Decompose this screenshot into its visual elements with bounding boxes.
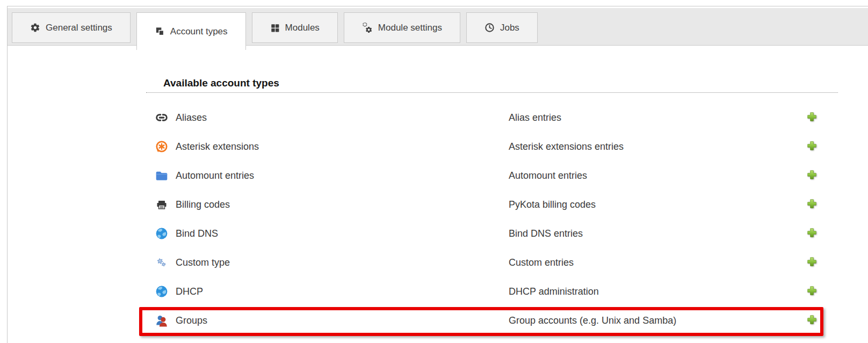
account-type-name: Bind DNS <box>176 228 218 239</box>
account-type-row-billing: Billing codes PyKota billing codes <box>155 190 821 219</box>
tab-module-settings[interactable]: Module settings <box>344 12 460 43</box>
add-plus-icon <box>806 314 818 327</box>
account-type-description: Group accounts (e.g. Unix and Samba) <box>509 315 806 326</box>
account-type-row-bind-dns: Bind DNS Bind DNS entries <box>155 219 821 248</box>
account-type-row-aliases: Aliases Alias entries <box>155 103 821 132</box>
modules-grid-icon <box>270 23 280 33</box>
add-account-type-button[interactable] <box>806 199 818 210</box>
tab-label: Jobs <box>500 23 519 33</box>
clock-icon <box>484 23 495 33</box>
gears-small-icon <box>155 256 169 269</box>
account-type-row-automount: Automount entries Automount entries <box>155 161 821 190</box>
add-plus-icon <box>806 169 818 182</box>
account-types-layers-icon <box>155 26 165 37</box>
asterisk-icon <box>155 140 169 154</box>
section-divider <box>146 92 838 93</box>
account-type-description: Automount entries <box>509 170 806 181</box>
account-types-list: Aliases Alias entries Asterisk extension… <box>155 103 821 335</box>
module-settings-gears-icon <box>362 23 373 33</box>
gear-icon <box>30 23 40 33</box>
tab-label: Module settings <box>378 23 442 33</box>
tab-modules[interactable]: Modules <box>252 12 338 43</box>
add-plus-icon <box>806 285 818 298</box>
add-plus-icon <box>806 140 818 153</box>
add-account-type-button[interactable] <box>806 286 818 297</box>
account-type-description: PyKota billing codes <box>509 199 806 210</box>
account-type-description: Alias entries <box>509 112 806 123</box>
add-plus-icon <box>806 227 818 240</box>
group-persons-icon <box>155 313 169 327</box>
tab-general-settings[interactable]: General settings <box>12 12 131 43</box>
add-account-type-button[interactable] <box>806 257 818 268</box>
globe-icon <box>155 284 169 298</box>
tab-label: Account types <box>170 26 228 37</box>
printer-icon <box>155 198 169 211</box>
account-type-name: Asterisk extensions <box>176 141 259 152</box>
account-type-row-dhcp: DHCP DHCP administration <box>155 277 821 306</box>
globe-icon <box>155 227 169 240</box>
folder-icon <box>155 169 169 183</box>
account-type-name: Groups <box>176 315 207 326</box>
tab-bar: General settings Account types Modules M… <box>8 8 868 46</box>
account-type-row-custom: Custom type Custom entries <box>155 248 821 277</box>
add-account-type-button[interactable] <box>806 315 818 326</box>
lam-configuration-page: General settings Account types Modules M… <box>0 0 868 343</box>
account-type-name: Billing codes <box>176 199 230 210</box>
account-type-description: Asterisk extensions entries <box>509 141 806 152</box>
add-account-type-button[interactable] <box>806 228 818 239</box>
add-plus-icon <box>806 111 818 124</box>
account-type-name: DHCP <box>176 286 203 297</box>
tab-label: General settings <box>46 23 112 33</box>
tab-label: Modules <box>285 23 320 33</box>
account-type-name: Automount entries <box>176 170 254 181</box>
account-type-description: Bind DNS entries <box>509 228 806 239</box>
add-account-type-button[interactable] <box>806 141 818 152</box>
add-account-type-button[interactable] <box>806 170 818 181</box>
account-type-name: Custom type <box>176 257 230 268</box>
account-type-row-groups: Groups Group accounts (e.g. Unix and Sam… <box>155 306 821 335</box>
add-account-type-button[interactable] <box>806 112 818 123</box>
add-plus-icon <box>806 256 818 269</box>
add-plus-icon <box>806 198 818 211</box>
account-type-row-asterisk: Asterisk extensions Asterisk extensions … <box>155 132 821 161</box>
page-title: Available account types <box>163 77 279 89</box>
tab-account-types[interactable]: Account types <box>136 12 246 50</box>
tab-jobs[interactable]: Jobs <box>466 12 538 43</box>
account-type-name: Aliases <box>176 112 207 123</box>
account-type-description: Custom entries <box>509 257 806 268</box>
account-type-description: DHCP administration <box>509 286 806 297</box>
link-icon <box>155 111 169 125</box>
